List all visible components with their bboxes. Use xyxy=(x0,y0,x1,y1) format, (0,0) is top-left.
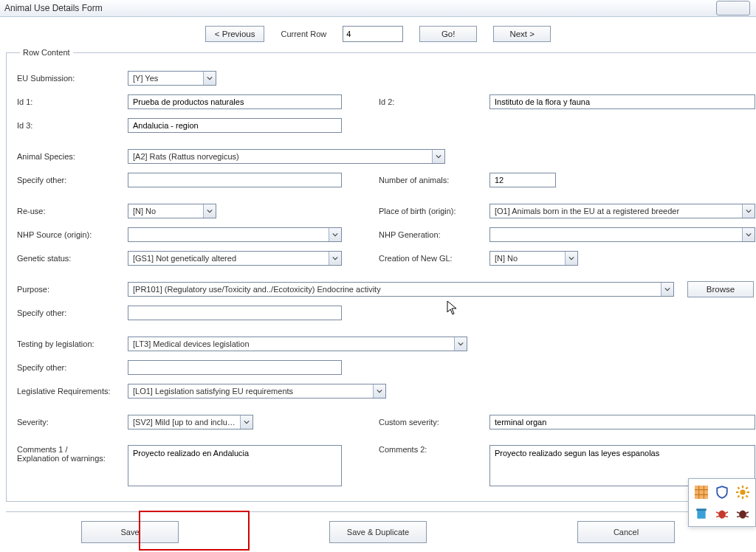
row-content-group: Row Content EU Submission: [Y] Yes Id 1:… xyxy=(6,48,756,502)
go-button[interactable]: Go! xyxy=(419,26,477,42)
window-titlebar: Animal Use Details Form xyxy=(0,0,756,17)
save-duplicate-button[interactable]: Save & Duplicate xyxy=(329,521,427,543)
specify-other-input[interactable] xyxy=(128,173,342,187)
chevron-down-icon xyxy=(432,150,444,163)
comments2-label: Comments 2: xyxy=(379,445,489,454)
chevron-down-icon xyxy=(329,228,341,241)
nhp-gen-select[interactable] xyxy=(489,227,755,242)
trash-icon[interactable] xyxy=(693,504,710,522)
id2-input[interactable] xyxy=(489,94,755,109)
num-animals-label: Number of animals: xyxy=(379,176,489,184)
svg-rect-11 xyxy=(696,508,707,511)
svg-line-8 xyxy=(746,487,748,489)
shield-icon[interactable] xyxy=(713,483,731,501)
prev-button[interactable]: < Previous xyxy=(205,26,265,42)
svg-point-12 xyxy=(718,510,725,518)
chevron-down-icon xyxy=(742,204,755,218)
svg-rect-0 xyxy=(695,486,708,499)
window-close-button[interactable] xyxy=(716,1,750,15)
specify-other-label: Specify other: xyxy=(17,176,128,184)
svg-line-19 xyxy=(745,511,749,513)
chevron-down-icon xyxy=(329,252,341,265)
bug-dark-icon[interactable] xyxy=(734,504,752,522)
comments1-label: Comments 1 / Explanation of warnings: xyxy=(17,445,128,463)
tool-palette[interactable] xyxy=(688,478,756,527)
id1-input[interactable] xyxy=(128,94,342,109)
new-gl-select[interactable]: [N] No xyxy=(489,251,578,266)
svg-line-15 xyxy=(716,516,720,517)
chevron-down-icon xyxy=(203,72,216,85)
svg-line-13 xyxy=(716,511,720,513)
nhp-source-label: NHP Source (origin): xyxy=(17,230,128,239)
svg-point-17 xyxy=(739,510,746,518)
custom-severity-input[interactable] xyxy=(489,415,755,429)
nhp-gen-label: NHP Generation: xyxy=(379,230,489,239)
svg-line-16 xyxy=(724,516,728,517)
save-button[interactable]: Save xyxy=(81,521,179,543)
severity-select[interactable]: [SV2] Mild [up to and including] xyxy=(128,415,253,429)
svg-line-21 xyxy=(745,516,749,517)
current-row-input[interactable] xyxy=(343,26,403,42)
reuse-select[interactable]: [N] No xyxy=(128,204,216,218)
specify-other3-label: Specify other: xyxy=(17,363,128,372)
genetic-label: Genetic status: xyxy=(17,254,128,263)
id2-label: Id 2: xyxy=(379,97,489,106)
nav-row: < Previous Current Row Go! Next > xyxy=(0,26,756,42)
testing-label: Testing by legislation: xyxy=(17,339,128,348)
id3-input[interactable] xyxy=(128,118,342,133)
purpose-label: Purpose: xyxy=(17,285,128,294)
eu-submission-label: EU Submission: xyxy=(17,74,128,83)
id1-label: Id 1: xyxy=(17,97,128,106)
place-birth-select[interactable]: [O1] Animals born in the EU at a registe… xyxy=(489,204,755,218)
chevron-down-icon xyxy=(742,228,755,241)
svg-line-7 xyxy=(746,495,748,497)
severity-label: Severity: xyxy=(17,418,128,427)
footer: Save Save & Duplicate Cancel xyxy=(6,511,750,552)
testing-select[interactable]: [LT3] Medical devices legislation xyxy=(128,337,467,351)
svg-line-6 xyxy=(738,487,739,489)
purpose-select[interactable]: [PR101] (Regulatory use/Toxicity and../E… xyxy=(128,282,674,297)
reuse-label: Re-use: xyxy=(17,207,128,215)
svg-line-9 xyxy=(738,495,739,497)
species-select[interactable]: [A2] Rats (Rattus norvegicus) xyxy=(128,149,445,164)
bug-red-icon[interactable] xyxy=(713,504,731,522)
num-animals-input[interactable] xyxy=(489,173,556,187)
gear-icon[interactable] xyxy=(734,483,752,501)
window-title: Animal Use Details Form xyxy=(4,3,103,13)
group-legend: Row Content xyxy=(20,48,73,57)
current-row-label: Current Row xyxy=(281,30,326,38)
place-birth-label: Place of birth (origin): xyxy=(379,207,489,215)
id3-label: Id 3: xyxy=(17,121,128,130)
svg-line-18 xyxy=(737,511,740,513)
eu-submission-select[interactable]: [Y] Yes xyxy=(128,71,216,86)
svg-line-14 xyxy=(724,511,728,513)
legreq-label: Legislative Requirements: xyxy=(17,387,128,396)
chevron-down-icon xyxy=(373,384,385,398)
grid-icon[interactable] xyxy=(693,483,710,501)
svg-line-20 xyxy=(737,516,740,517)
custom-severity-label: Custom severity: xyxy=(379,418,489,427)
chevron-down-icon xyxy=(240,415,252,429)
nhp-source-select[interactable] xyxy=(128,227,342,242)
specify-other3-input[interactable] xyxy=(128,360,342,375)
new-gl-label: Creation of New GL: xyxy=(379,254,489,263)
chevron-down-icon xyxy=(203,204,216,218)
svg-point-1 xyxy=(740,489,745,494)
next-button[interactable]: Next > xyxy=(493,26,551,42)
chevron-down-icon xyxy=(661,283,673,296)
specify-other2-input[interactable] xyxy=(128,306,342,320)
genetic-select[interactable]: [GS1] Not genetically altered xyxy=(128,251,342,266)
specify-other2-label: Specify other: xyxy=(17,308,128,317)
chevron-down-icon xyxy=(454,337,467,351)
chevron-down-icon xyxy=(565,252,577,265)
comments1-textarea[interactable] xyxy=(128,445,342,486)
species-label: Animal Species: xyxy=(17,152,128,161)
cancel-button[interactable]: Cancel xyxy=(577,521,675,543)
svg-rect-10 xyxy=(697,510,705,518)
browse-button[interactable]: Browse xyxy=(687,281,754,297)
legreq-select[interactable]: [LO1] Legislation satisfying EU requirem… xyxy=(128,384,386,399)
